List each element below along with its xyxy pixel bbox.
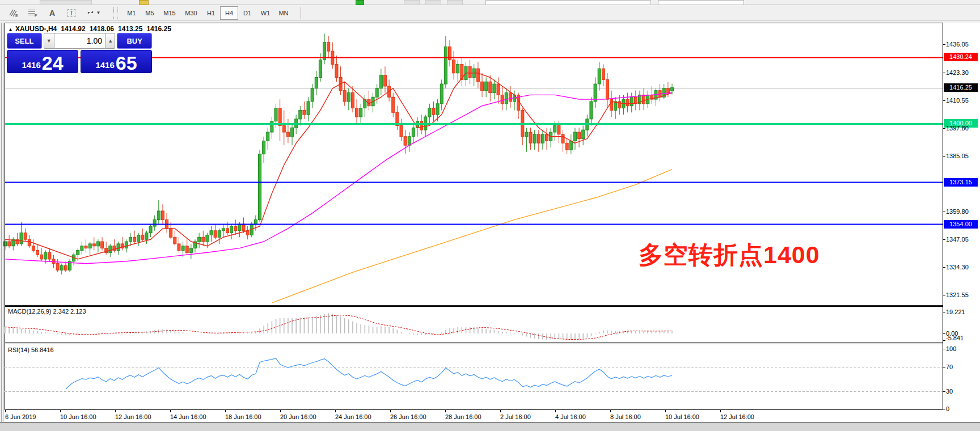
price-tick: 1347.05	[946, 236, 969, 243]
text-box-icon: T	[67, 9, 76, 17]
sell-price-small: 1416	[22, 60, 40, 70]
timeframe-d1[interactable]: D1	[238, 6, 256, 20]
text-box-icon[interactable]: T	[64, 6, 79, 20]
svg-text:F: F	[35, 14, 37, 18]
time-tick: 26 Jun 16:00	[390, 413, 426, 420]
timeframe-h4[interactable]: H4	[220, 6, 238, 20]
time-tick: 14 Jun 16:00	[170, 413, 206, 420]
window-bottom-strip	[0, 422, 980, 431]
price-badge-bid: 1416.25	[944, 83, 978, 92]
rsi-tick: 70	[946, 364, 953, 370]
time-tick: 8 Jul 16:00	[610, 413, 641, 420]
window-divider	[1, 23, 2, 422]
one-click-trading-panel: SELL ▼ ▲ BUY 1416 24 1416 65	[7, 33, 152, 73]
partial-icon	[40, 0, 92, 5]
time-tick: 24 Jun 16:00	[335, 413, 371, 420]
time-tick: 12 Jul 16:00	[720, 413, 754, 420]
svg-text:E: E	[15, 14, 18, 18]
cursor-tools-icon	[86, 9, 95, 17]
time-tick: 10 Jun 16:00	[60, 413, 96, 420]
window-divider	[3, 23, 3, 422]
price-tick: 1359.80	[946, 208, 969, 215]
partial-icon	[447, 0, 463, 5]
timeframe-w1[interactable]: W1	[256, 6, 274, 20]
indicators-icon: E	[9, 9, 19, 18]
price-tick: 1410.55	[946, 97, 969, 104]
dropdown-arrow-icon: ▼	[96, 10, 101, 15]
time-tick: 18 Jun 16:00	[225, 413, 261, 420]
price-tick: 1334.30	[946, 264, 969, 271]
buy-price-big: 65	[116, 54, 137, 72]
collapse-triangle-icon[interactable]: ▲	[8, 27, 13, 32]
timeframe-h1[interactable]: H1	[202, 6, 220, 20]
time-tick: 6 Jun 2019	[5, 413, 36, 420]
chart-text-annotation: 多空转折点1400	[639, 239, 820, 272]
buy-price-small: 1416	[95, 60, 114, 70]
volume-increase-button[interactable]: ▲	[105, 33, 115, 49]
toolbar-separator	[301, 7, 301, 19]
grid-icon[interactable]: F	[25, 6, 41, 20]
partial-toolbar-row	[0, 0, 980, 5]
toolbar-separator	[113, 7, 118, 19]
price-badge-support-1: 1373.15	[944, 178, 978, 187]
timeframe-m5[interactable]: M5	[141, 6, 159, 20]
sell-button[interactable]: SELL	[7, 33, 42, 49]
ohlc-high: 1418.06	[90, 25, 114, 33]
partial-icon-yellow	[139, 0, 149, 5]
timeframe-m1[interactable]: M1	[122, 6, 141, 20]
price-badge-support-2: 1354.00	[944, 220, 978, 229]
text-label-icon[interactable]: A	[44, 6, 60, 20]
price-tick: 1321.55	[946, 291, 969, 298]
time-tick: 28 Jun 16:00	[445, 413, 481, 420]
macd-label: MACD(12,26,9) 2.342 2.123	[8, 308, 86, 315]
rsi-tick: 100	[946, 345, 956, 352]
sell-price-big: 24	[42, 54, 64, 72]
partial-icon	[404, 0, 420, 5]
cursor-tools-icon[interactable]: ▼	[83, 6, 103, 20]
partial-icon-green	[356, 0, 364, 5]
symbol-timeframe: XAUUSD-,H4	[15, 25, 57, 33]
rsi-tick: 30	[946, 388, 953, 395]
chart-header: ▲XAUUSD-,H41414.921418.061413.251416.25	[8, 25, 171, 33]
price-tick: 1385.05	[946, 153, 969, 159]
partial-icon	[425, 0, 441, 5]
partial-field	[485, 0, 651, 5]
buy-button[interactable]: BUY	[117, 33, 152, 49]
chart-toolbar: E F A T ▼ M1 M5 M15 M30 H1 H4 D1 W1 MN	[0, 5, 980, 21]
macd-tick: -5.841	[946, 335, 964, 341]
chart-area[interactable]	[5, 23, 980, 422]
timeframe-m15[interactable]: M15	[159, 6, 180, 20]
timeframe-m30[interactable]: M30	[180, 6, 202, 20]
time-tick: 12 Jun 16:00	[115, 413, 151, 420]
mt4-terminal-window: { "toolbar": { "icons": ["indicators-ico…	[0, 0, 980, 431]
price-tick: 1436.05	[946, 41, 969, 48]
volume-input[interactable]	[54, 33, 105, 49]
time-tick: 20 Jun 16:00	[280, 413, 316, 420]
grid-icon: F	[28, 9, 38, 18]
time-tick: 2 Jul 16:00	[500, 413, 531, 420]
time-tick: 10 Jul 16:00	[665, 413, 699, 420]
timeframe-mn[interactable]: MN	[274, 6, 293, 20]
text-label-icon: A	[49, 9, 55, 18]
buy-price-box[interactable]: 1416 65	[81, 50, 152, 73]
rsi-label: RSI(14) 56.8416	[8, 347, 54, 353]
rsi-tick: 0	[946, 405, 949, 412]
sell-price-box[interactable]: 1416 24	[7, 50, 78, 73]
price-badge-resistance: 1430.24	[944, 53, 978, 61]
price-tick: 1423.30	[946, 69, 969, 76]
volume-decrease-button[interactable]: ▼	[44, 33, 54, 49]
time-tick: 4 Jul 16:00	[555, 413, 586, 420]
ohlc-low: 1413.25	[118, 25, 142, 33]
price-tick: 1397.80	[946, 125, 969, 132]
ohlc-close: 1416.25	[146, 25, 171, 33]
partial-field	[658, 0, 744, 5]
ohlc-open: 1414.92	[61, 25, 85, 33]
macd-tick: 19.221	[946, 309, 965, 315]
indicators-icon[interactable]: E	[6, 6, 22, 20]
